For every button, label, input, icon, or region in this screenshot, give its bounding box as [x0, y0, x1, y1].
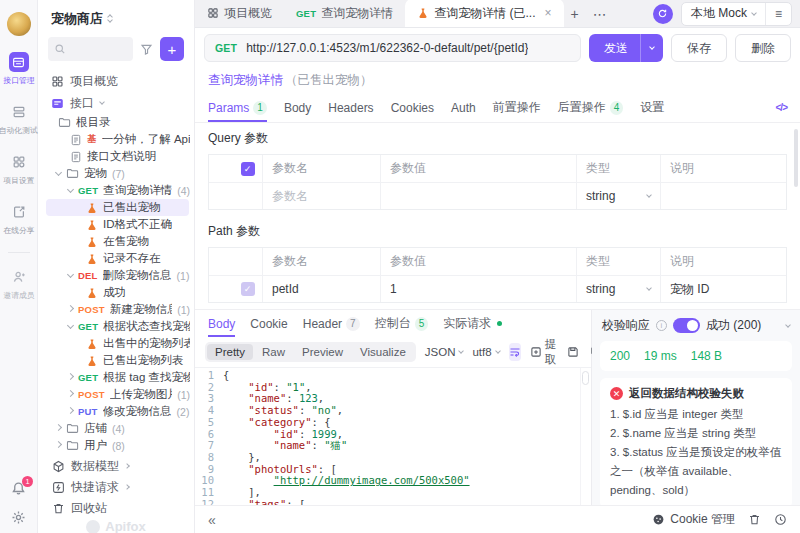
- select-all-checkbox[interactable]: ✓: [241, 162, 255, 176]
- close-icon[interactable]: ×: [544, 6, 551, 20]
- avatar[interactable]: [7, 12, 31, 36]
- chevron-down-icon[interactable]: [67, 322, 74, 329]
- rail-item-automated-testing[interactable]: 自动化测试: [0, 102, 40, 137]
- project-switcher[interactable]: 宠物商店: [38, 8, 194, 30]
- tab-get-endpoint[interactable]: GET 查询宠物详情: [284, 0, 405, 27]
- mode-preview[interactable]: Preview: [294, 344, 351, 360]
- chevron-right-icon[interactable]: [55, 424, 62, 431]
- rail-item-api-management[interactable]: 接口管理: [2, 52, 36, 87]
- tree-case-invalid-id[interactable]: ID格式不正确: [38, 216, 194, 233]
- tree-group-del-pet[interactable]: DEL 删除宠物信息 (1): [38, 267, 194, 284]
- new-tab-button[interactable]: +: [564, 6, 586, 22]
- tree-group-get-find-by-tag[interactable]: GET 根据 tag 查找宠物列...: [38, 369, 194, 386]
- tree-case-on-sale[interactable]: 在售宠物: [38, 233, 194, 250]
- filter-icon[interactable]: [140, 43, 153, 56]
- tab-auth[interactable]: Auth: [451, 93, 476, 122]
- tab-post-processors[interactable]: 后置操作4: [558, 93, 624, 122]
- rail-item-online-share[interactable]: 在线分享: [2, 202, 36, 237]
- tree-case-success[interactable]: 成功: [38, 284, 194, 301]
- tab-response-cookie[interactable]: Cookie: [250, 310, 287, 337]
- rail-item-invite-member[interactable]: 邀请成员: [2, 267, 36, 302]
- collapse-sidebar-icon[interactable]: «: [208, 512, 216, 528]
- tree-doc-api-note[interactable]: 接口文档说明: [38, 148, 194, 165]
- save-response-icon[interactable]: [567, 346, 579, 358]
- drag-handle[interactable]: [209, 183, 233, 209]
- chevron-down-icon[interactable]: [67, 271, 74, 278]
- chevron-right-icon[interactable]: [67, 407, 74, 414]
- tab-pre-processors[interactable]: 前置操作: [493, 93, 541, 122]
- sidebar-section-api[interactable]: 接口: [38, 92, 194, 114]
- add-button[interactable]: +: [160, 37, 184, 61]
- word-wrap-icon[interactable]: [509, 343, 521, 361]
- chevron-right-icon[interactable]: [67, 390, 74, 397]
- tree-group-put-update-pet[interactable]: PUT 修改宠物信息 (2): [38, 403, 194, 420]
- scrollbar-track[interactable]: [580, 368, 591, 505]
- sidebar-item-trash[interactable]: 回收站: [38, 498, 194, 519]
- tab-settings[interactable]: 设置: [640, 93, 664, 122]
- extract-button[interactable]: 提取: [530, 337, 557, 367]
- mode-raw[interactable]: Raw: [254, 344, 293, 360]
- tab-active-case[interactable]: 查询宠物详情 (已... ×: [405, 0, 563, 27]
- gear-icon[interactable]: [11, 510, 26, 525]
- tab-params[interactable]: Params1: [208, 93, 267, 122]
- format-select[interactable]: JSON: [425, 346, 464, 358]
- tree-case-sold-list[interactable]: 已售出宠物列表: [38, 352, 194, 369]
- encoding-select[interactable]: utf8: [472, 346, 499, 358]
- tree-case-sold-pet[interactable]: 已售出宠物: [46, 199, 189, 216]
- mode-pretty[interactable]: Pretty: [207, 344, 253, 360]
- tree-folder-store[interactable]: 店铺 (4): [38, 420, 194, 437]
- param-desc-input[interactable]: [670, 189, 777, 203]
- chevron-down-icon[interactable]: [67, 186, 74, 193]
- sync-icon[interactable]: [653, 4, 673, 24]
- tree-folder-root[interactable]: 根目录: [38, 114, 194, 131]
- tab-project-overview[interactable]: 项目概览: [195, 0, 284, 27]
- save-button[interactable]: 保存: [671, 34, 727, 62]
- param-value-input[interactable]: [390, 282, 567, 296]
- tree-folder-pets[interactable]: 宠物 (7): [38, 165, 194, 182]
- mode-visualize[interactable]: Visualize: [352, 344, 414, 360]
- send-button[interactable]: 发送: [589, 34, 663, 62]
- response-size[interactable]: 148 B: [691, 349, 722, 363]
- tab-actual-request[interactable]: 实际请求: [443, 310, 502, 337]
- chevron-down-icon[interactable]: [785, 322, 791, 328]
- validation-toggle[interactable]: [673, 318, 700, 333]
- tab-response-body[interactable]: Body: [208, 310, 235, 337]
- send-options-icon[interactable]: [640, 34, 663, 62]
- rail-item-project-settings[interactable]: 项目设置: [2, 152, 36, 187]
- param-desc-cell[interactable]: 宠物 ID: [661, 276, 786, 302]
- chevron-right-icon[interactable]: [67, 305, 74, 312]
- cookie-manager-button[interactable]: Cookie 管理: [652, 511, 735, 528]
- tab-console[interactable]: 控制台5: [375, 310, 429, 337]
- sidebar-item-overview[interactable]: 项目概览: [38, 70, 194, 92]
- status-code[interactable]: 200: [610, 349, 630, 363]
- tab-body[interactable]: Body: [284, 93, 311, 122]
- history-icon[interactable]: [774, 513, 787, 526]
- scrollbar-thumb[interactable]: [794, 129, 798, 187]
- tab-response-header[interactable]: Header7: [303, 310, 360, 337]
- endpoint-title[interactable]: 查询宠物详情: [208, 72, 283, 89]
- tab-cookies[interactable]: Cookies: [391, 93, 434, 122]
- drag-handle[interactable]: [209, 276, 233, 302]
- chevron-right-icon[interactable]: [67, 373, 74, 380]
- url-input[interactable]: GET http://127.0.0.1:4523/m1/622362-0-de…: [204, 34, 581, 62]
- param-value-input[interactable]: [390, 189, 567, 203]
- tree-group-get-find-by-status[interactable]: GET 根据状态查找宠物列...: [38, 318, 194, 335]
- clear-icon[interactable]: [748, 513, 761, 526]
- env-selector[interactable]: 本地 Mock: [682, 3, 765, 25]
- response-time[interactable]: 19 ms: [644, 349, 677, 363]
- more-tabs-icon[interactable]: ⋯: [586, 6, 614, 22]
- method-label[interactable]: GET: [215, 42, 237, 54]
- tree-doc-intro[interactable]: 基 一分钟，了解 Apifox!: [38, 131, 194, 148]
- tree-folder-user[interactable]: 用户 (8): [38, 437, 194, 454]
- tab-headers[interactable]: Headers: [328, 93, 373, 122]
- type-select[interactable]: string: [586, 282, 651, 296]
- tree-group-get-pet-detail[interactable]: GET 查询宠物详情 (4): [38, 182, 194, 199]
- tree-group-post-upload-image[interactable]: POST 上传宠物图片 (1): [38, 386, 194, 403]
- delete-button[interactable]: 删除: [735, 34, 791, 62]
- info-icon[interactable]: i: [656, 320, 667, 331]
- type-select[interactable]: string: [586, 189, 651, 203]
- chevron-right-icon[interactable]: [55, 441, 62, 448]
- code-viewer[interactable]: 1{2 "id": "1",3 "name": 123,4 "status": …: [195, 367, 591, 505]
- scrollbar-thumb[interactable]: [582, 371, 589, 385]
- sidebar-item-quick-request[interactable]: 快捷请求: [38, 477, 194, 498]
